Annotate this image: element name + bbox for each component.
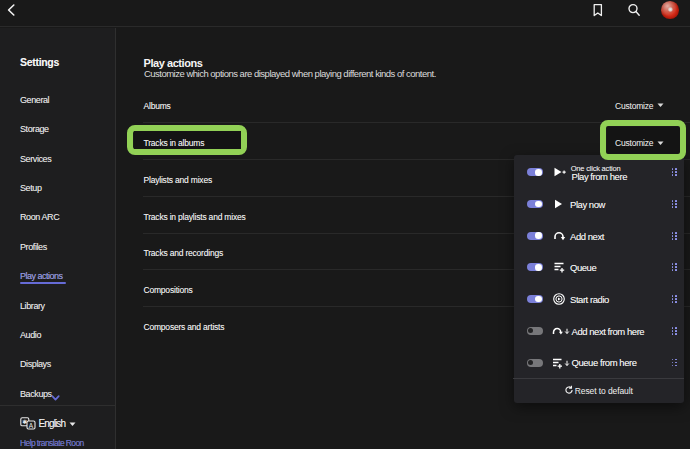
svg-text:A: A (28, 422, 33, 429)
